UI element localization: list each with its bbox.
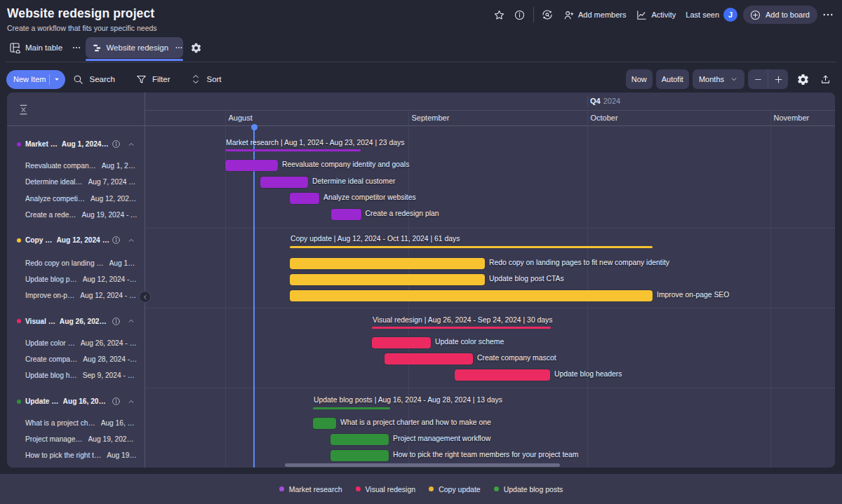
sidebar-item-row[interactable]: Create compa…Aug 28, 2024 - Se…	[25, 353, 138, 365]
new-item-button[interactable]: New Item	[6, 70, 65, 89]
sidebar-item-row[interactable]: Improve on-p…Aug 12, 2024 - Oct…	[25, 290, 138, 302]
sidebar-group-name[interactable]: Market …	[25, 140, 58, 148]
zoom-unit-select[interactable]: Months	[693, 69, 744, 89]
add-to-board-label: Add to board	[766, 11, 810, 19]
group-duration-line[interactable]	[225, 149, 361, 151]
gantt-settings-gear-icon[interactable]	[794, 69, 813, 89]
autofit-button[interactable]: Autofit	[656, 69, 689, 89]
group-info-icon[interactable]	[110, 315, 121, 327]
group-info-icon[interactable]	[110, 235, 121, 246]
gantt-bar[interactable]	[313, 418, 336, 429]
group-collapse-chevron-icon[interactable]	[126, 139, 137, 150]
sidebar-collapse-button[interactable]	[139, 291, 151, 303]
group-separator-line	[145, 388, 835, 388]
add-members-button[interactable]: Add members	[558, 4, 631, 25]
gantt-bar[interactable]	[290, 274, 485, 285]
sidebar-item-dates: Aug 12, 2024 - Oct…	[80, 292, 138, 299]
board-discovery-icon[interactable]	[537, 4, 558, 25]
gantt-bar[interactable]	[455, 369, 550, 381]
last-seen-avatar[interactable]: J	[723, 8, 737, 22]
legend-item: Copy update	[429, 485, 481, 493]
gantt-bar[interactable]	[330, 434, 389, 445]
zoom-in-button[interactable]	[768, 69, 788, 89]
sidebar-group-name[interactable]: Update …	[25, 397, 59, 405]
chart-group-label[interactable]: Update blog posts | Aug 16, 2024 - Aug 2…	[314, 396, 502, 404]
group-info-icon[interactable]	[110, 396, 121, 407]
new-item-caret-icon[interactable]	[53, 76, 60, 83]
legend-item: Market research	[279, 485, 342, 493]
sort-button[interactable]: Sort	[183, 69, 228, 89]
favorite-star-icon[interactable]	[489, 4, 509, 25]
gantt-bar-label: Create a redesign plan	[366, 210, 439, 217]
tab-main-table[interactable]: Main table	[8, 37, 81, 58]
sidebar-item-row[interactable]: Update color …Aug 26, 2024 - Se…	[25, 336, 138, 349]
export-icon[interactable]	[816, 69, 835, 89]
zoom-unit-value: Months	[699, 75, 724, 83]
tabs-divider	[6, 62, 836, 62]
sidebar-item-row[interactable]: Create a rede…Aug 19, 2024 - Au…	[25, 208, 138, 221]
sidebar-item-row[interactable]: Update blog h…Sep 9, 2024 - Sep …	[25, 369, 138, 381]
group-duration-line[interactable]	[372, 327, 551, 329]
sidebar-item-row[interactable]: What is a project ch…Aug 16, 202…	[25, 417, 138, 430]
tab-website-redesign-menu-icon[interactable]	[175, 43, 183, 53]
gantt-bar[interactable]	[290, 193, 319, 204]
sidebar-item-name: Create a rede…	[25, 211, 76, 219]
sidebar-item-name: Update blog p…	[25, 275, 77, 283]
gantt-bar[interactable]	[225, 160, 278, 171]
sidebar-item-row[interactable]: Reevaluate compan…Aug 1, 2024 …	[25, 159, 138, 172]
add-to-board-button[interactable]: Add to board	[743, 6, 817, 24]
gantt-bar[interactable]	[330, 450, 389, 461]
gantt-bar[interactable]	[290, 258, 485, 269]
sidebar-group-name[interactable]: Visual …	[25, 318, 55, 325]
gantt-bar[interactable]	[290, 290, 653, 301]
gantt-bar[interactable]	[385, 353, 473, 365]
gantt-bar[interactable]	[372, 337, 431, 348]
tab-main-table-menu-icon[interactable]	[72, 43, 81, 53]
month-label: October	[591, 114, 618, 122]
collapse-all-icon[interactable]	[15, 102, 31, 117]
sidebar-item-row[interactable]: How to pick the right t…Aug 19, 2…	[25, 449, 138, 462]
chart-group-label[interactable]: Market research | Aug 1, 2024 - Aug 23, …	[226, 139, 404, 147]
board-menu-icon[interactable]	[817, 4, 838, 25]
group-collapse-chevron-icon[interactable]	[126, 315, 137, 327]
group-duration-line[interactable]	[290, 246, 653, 248]
sidebar-item-row[interactable]: Determine ideal…Aug 7, 2024 - Au…	[25, 176, 138, 189]
filter-button[interactable]: Filter	[128, 69, 178, 89]
sidebar-item-row[interactable]: Analyze competi…Aug 12, 2024 - …	[25, 192, 138, 205]
group-collapse-chevron-icon[interactable]	[126, 396, 137, 407]
sidebar-item-dates: Aug 16, 202…	[101, 419, 138, 427]
gantt-bar[interactable]	[260, 177, 308, 188]
legend-color-dot	[356, 486, 361, 491]
sidebar-item-name: Determine ideal…	[25, 178, 83, 186]
sync-search-icon	[541, 8, 554, 21]
search-button[interactable]: Search	[65, 69, 121, 89]
sidebar-item-dates: Aug 1, 2024 …	[102, 162, 138, 170]
now-button[interactable]: Now	[626, 69, 653, 89]
gantt-bar[interactable]	[331, 209, 361, 220]
today-line	[253, 126, 255, 468]
sidebar-group-name[interactable]: Copy …	[25, 236, 53, 244]
sidebar-item-dates: Aug 7, 2024 - Au…	[88, 178, 138, 186]
today-marker-dot[interactable]	[251, 124, 258, 130]
activity-button[interactable]: Activity	[631, 4, 681, 25]
view-settings-gear-icon[interactable]	[185, 37, 206, 58]
board-info-icon[interactable]	[509, 4, 530, 25]
month-gridline	[770, 110, 771, 468]
gantt-bar-label: Update color scheme	[435, 338, 504, 346]
zoom-out-button[interactable]	[748, 69, 768, 89]
chart-group-label[interactable]: Visual redesign | Aug 26, 2024 - Sep 24,…	[373, 316, 553, 324]
group-duration-line[interactable]	[313, 407, 390, 409]
group-info-icon[interactable]	[110, 139, 121, 150]
sidebar-item-row[interactable]: Project manage…Aug 19, 2024 - …	[25, 433, 138, 446]
sidebar-item-row[interactable]: Update blog p…Aug 12, 2024 - Se…	[25, 273, 138, 286]
chart-group-label[interactable]: Copy update | Aug 12, 2024 - Oct 11, 202…	[290, 235, 460, 243]
timeline-header-divider	[7, 125, 835, 126]
sidebar-item-dates: Aug 12, 2024 - Se…	[83, 275, 138, 283]
horizontal-scrollbar[interactable]	[285, 463, 560, 467]
group-collapse-chevron-icon[interactable]	[126, 235, 137, 246]
sidebar-item-row[interactable]: Redo copy on landing …Aug 12, 2…	[25, 257, 138, 270]
gantt-bar-label: Project management workflow	[393, 435, 490, 442]
tab-main-table-label: Main table	[25, 43, 62, 52]
gantt-toolbar-left: New Item Search Filter Sort	[6, 69, 229, 89]
tab-website-redesign[interactable]: Website redesign	[86, 37, 183, 58]
